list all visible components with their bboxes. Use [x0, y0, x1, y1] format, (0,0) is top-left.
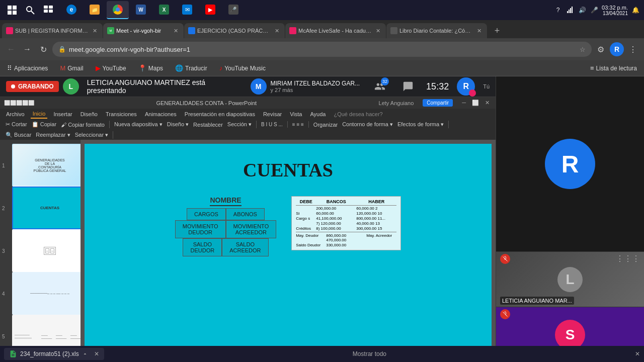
menu-revisar[interactable]: Revisar	[261, 110, 284, 118]
tab-favicon-meet: M	[107, 27, 114, 34]
tool-new-slide[interactable]: Nueva diapositiva ▾	[113, 121, 164, 128]
menu-archivo[interactable]: Archivo	[4, 110, 27, 118]
time-display: 15:32	[426, 81, 449, 92]
address-bar[interactable]: 🔒 meet.google.com/vir-vgoh-bir?authuser=…	[52, 42, 592, 57]
start-button[interactable]	[4, 2, 20, 18]
mov-acreedor: MOVIMIENTOACREEDOR	[226, 220, 277, 238]
taskbar-app-edge[interactable]: e	[60, 1, 83, 19]
menu-search[interactable]: ¿Qué desea hacer?	[332, 110, 384, 118]
notification-icon[interactable]: 🔔	[631, 6, 640, 15]
tab-close-mcafee[interactable]: ✕	[374, 27, 382, 35]
tab-mcafee[interactable]: McAfee LiveSafe - Ha caduc... ✕	[285, 23, 386, 38]
star-icon[interactable]: ☆	[580, 46, 586, 53]
participant-count: 32	[381, 77, 389, 85]
file-item[interactable]: 234_formato51 (2).xls ✕	[4, 348, 104, 360]
chevron-up-icon	[82, 351, 88, 357]
menu-icon[interactable]: ⋮	[626, 42, 640, 56]
tool-arrange[interactable]: Organizar	[312, 121, 339, 128]
file-bar-close-btn[interactable]: ✕	[635, 350, 640, 357]
help-tray-icon[interactable]: ?	[553, 6, 562, 15]
tab-libro[interactable]: Libro Diario Contable: ¿Cóm... ✕	[386, 23, 487, 38]
tool-copy[interactable]: 📋 Copiar	[30, 121, 58, 128]
cargos-header: CARGOS	[187, 208, 226, 220]
menu-insertar[interactable]: Insertar	[51, 110, 74, 118]
tab-ejercicio[interactable]: EJERCICIO (CASO PRÁCTICO) ✕	[184, 23, 285, 38]
menu-transiciones[interactable]: Transiciones	[104, 110, 139, 118]
bookmark-maps[interactable]: 📍 Maps	[135, 63, 166, 73]
menu-ayuda[interactable]: Ayuda	[308, 110, 328, 118]
slide-thumb-3[interactable]: ─ ─	[12, 229, 80, 272]
clipboard-group: ✂ Cortar 📋 Copiar 🖌 Copiar formato	[4, 121, 110, 128]
tool-effects[interactable]: Efectos de forma ▾	[396, 121, 445, 128]
bookmark-youtube[interactable]: ▶ YouTube	[93, 63, 129, 73]
taskbar-app-word[interactable]: W	[130, 1, 152, 19]
meet-main: GRABANDO L LETICIA ANGUIANO MARTINEZ est…	[0, 76, 644, 362]
chat-button[interactable]	[398, 76, 418, 97]
bookmark-apps[interactable]: ⠿ Aplicaciones	[4, 63, 51, 73]
tab-close-libro[interactable]: ✕	[475, 27, 483, 35]
new-tab-button[interactable]: +	[490, 23, 505, 38]
participants-button[interactable]: 32	[370, 76, 390, 97]
file-download-bar: 234_formato51 (2).xls ✕ Mostrar todo ✕	[0, 346, 644, 362]
t-row-3: Cargo s 41,100,000.00 800,000.00 11...	[296, 216, 396, 221]
tool-design[interactable]: Diseño ▾	[166, 121, 190, 128]
menu-animaciones[interactable]: Animaciones	[143, 110, 179, 118]
bookmark-ytmusic[interactable]: ♪ YouTube Music	[216, 63, 269, 73]
forward-button[interactable]: →	[20, 42, 34, 56]
ppt-close-btn[interactable]: ✕	[483, 100, 492, 106]
ppt-restore-btn[interactable]: ⬜	[470, 100, 481, 106]
taskbar-app-chrome[interactable]	[107, 1, 129, 19]
tool-select[interactable]: Seleccionar ▾	[73, 131, 110, 139]
leticia-more-options[interactable]: ⋮⋮⋮	[616, 254, 640, 263]
tab-close-meet[interactable]: ✕	[172, 27, 180, 35]
tool-align[interactable]: ≡ ≡ ≡	[291, 121, 305, 128]
tool-reset[interactable]: Restablecer	[192, 121, 224, 128]
address-text: meet.google.com/vir-vgoh-bir?authuser=1	[69, 46, 577, 53]
tool-cut[interactable]: ✂ Cortar	[4, 121, 29, 128]
slide-thumb-4[interactable]: ──────── ─ ─ ─ ─ ─ ─ ─ ─	[12, 272, 80, 315]
tool-buscar[interactable]: 🔍 Buscar	[4, 131, 33, 139]
ppt-minimize-btn[interactable]: ─	[460, 100, 468, 106]
slides-group: Nueva diapositiva ▾ Diseño ▾ Restablecer…	[113, 121, 257, 128]
tool-format[interactable]: 🖌 Copiar formato	[59, 121, 106, 128]
network-icon[interactable]	[566, 6, 575, 15]
svg-rect-11	[569, 10, 570, 13]
profile-icon[interactable]: R	[610, 42, 624, 56]
extensions-icon[interactable]: ⚙	[594, 42, 608, 56]
edit-group: 🔍 Buscar Reemplazar ▾ Seleccionar ▾	[4, 131, 113, 139]
tab-meet[interactable]: M Meet - vir-vgoh-bir ✕	[103, 23, 184, 38]
volume-icon[interactable]: 🔊	[578, 6, 587, 15]
bookmark-gmail[interactable]: M Gmail	[57, 63, 86, 73]
bookmark-translate[interactable]: 🌐 Traducir	[172, 63, 210, 73]
task-view-icon[interactable]	[40, 2, 56, 18]
slide-thumb-2[interactable]: CUENTAS	[12, 187, 80, 229]
taskbar-app-youtube[interactable]: ▶	[199, 1, 221, 19]
slide-num-2: 2	[2, 205, 5, 211]
tool-font[interactable]: B I U S ...	[260, 121, 284, 128]
bookmark-reading-list[interactable]: ≡ Lista de lectura	[587, 63, 640, 73]
tool-shape-fill[interactable]: Contorno de forma ▾	[341, 121, 394, 128]
svg-rect-1	[13, 6, 17, 10]
back-button[interactable]: ←	[4, 42, 18, 56]
taskbar-app-excel[interactable]: X	[153, 1, 175, 19]
menu-diseño[interactable]: Diseño	[78, 110, 100, 118]
taskbar-app-mail[interactable]: ✉	[176, 1, 198, 19]
tool-section[interactable]: Sección ▾	[226, 121, 253, 128]
slide-thumb-1[interactable]: GENERALIDADESDE LACONTADURÍAPÚBLICA GENE…	[12, 144, 80, 187]
taskbar-app-file[interactable]: 📁	[84, 1, 106, 19]
mic-tray-icon[interactable]: 🎤	[590, 6, 599, 15]
tab-sub[interactable]: SUB | REGISTRA INFORMACI... ✕	[2, 23, 103, 38]
menu-presentacion[interactable]: Presentación en diapositivas	[183, 110, 257, 118]
reload-button[interactable]: ↻	[36, 42, 50, 56]
tab-close-sub[interactable]: ✕	[91, 27, 99, 35]
menu-vista[interactable]: Vista	[288, 110, 304, 118]
slide-content-area: NOMBRE CARGOS ABONOS MOVIMIENTODEUDOR MO…	[175, 196, 401, 256]
search-taskbar-icon[interactable]	[22, 2, 38, 18]
taskbar-app-mic[interactable]: 🎤	[222, 1, 245, 19]
tool-replace[interactable]: Reemplazar ▾	[34, 131, 71, 139]
file-close-btn[interactable]: ✕	[94, 350, 99, 357]
show-all-label[interactable]: Mostrar todo	[353, 350, 386, 357]
tab-close-ejercicio[interactable]: ✕	[273, 27, 281, 35]
ppt-share-btn[interactable]: Compartir	[423, 99, 453, 107]
menu-inicio[interactable]: Inicio	[31, 110, 48, 119]
